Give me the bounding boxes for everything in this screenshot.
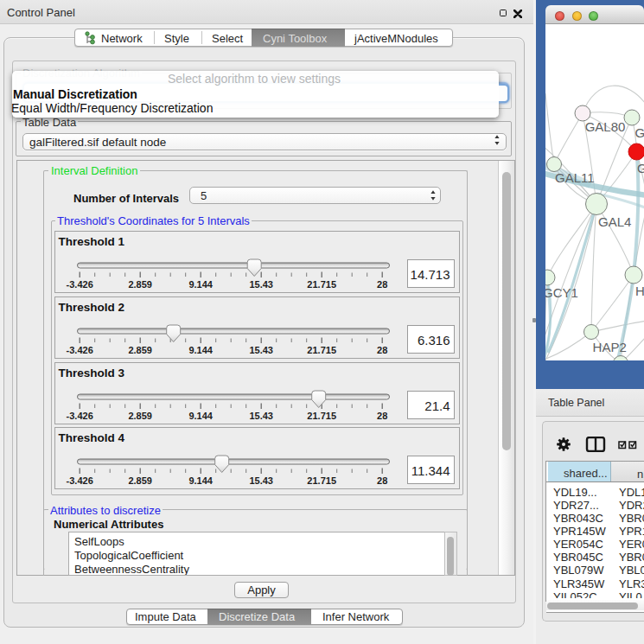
svg-text:H: H bbox=[635, 284, 644, 298]
svg-text:9.144: 9.144 bbox=[188, 411, 213, 421]
svg-text:15.43: 15.43 bbox=[249, 411, 273, 421]
svg-text:15.43: 15.43 bbox=[249, 475, 273, 486]
svg-text:21.715: 21.715 bbox=[307, 345, 336, 355]
svg-text:-3.426: -3.426 bbox=[67, 279, 93, 290]
svg-text:2.859: 2.859 bbox=[128, 345, 152, 355]
svg-text:9.144: 9.144 bbox=[188, 345, 213, 355]
svg-text:GAL80: GAL80 bbox=[585, 119, 626, 134]
svg-text:28: 28 bbox=[377, 475, 387, 486]
svg-text:21.715: 21.715 bbox=[307, 411, 336, 421]
svg-text:15.43: 15.43 bbox=[249, 345, 273, 355]
svg-text:21.715: 21.715 bbox=[307, 279, 336, 290]
svg-text:15.43: 15.43 bbox=[249, 279, 273, 290]
svg-text:2.859: 2.859 bbox=[128, 475, 152, 486]
svg-text:28: 28 bbox=[377, 279, 387, 290]
svg-text:GAL4: GAL4 bbox=[598, 214, 631, 229]
svg-text:GAL11: GAL11 bbox=[555, 170, 595, 185]
svg-text:GCY1: GCY1 bbox=[545, 285, 578, 300]
svg-text:2.859: 2.859 bbox=[128, 279, 152, 290]
svg-text:HAP2: HAP2 bbox=[593, 340, 627, 354]
svg-text:28: 28 bbox=[377, 345, 387, 355]
svg-text:2.859: 2.859 bbox=[128, 411, 152, 421]
svg-text:-3.426: -3.426 bbox=[67, 411, 93, 421]
svg-text:28: 28 bbox=[377, 411, 387, 421]
svg-text:21.715: 21.715 bbox=[307, 475, 336, 486]
svg-text:-3.426: -3.426 bbox=[67, 475, 93, 486]
svg-text:-3.426: -3.426 bbox=[67, 345, 93, 355]
svg-text:9.144: 9.144 bbox=[188, 279, 213, 290]
svg-text:G.: G. bbox=[635, 125, 644, 140]
svg-text:9.144: 9.144 bbox=[188, 475, 213, 486]
svg-text:G: G bbox=[637, 161, 644, 175]
